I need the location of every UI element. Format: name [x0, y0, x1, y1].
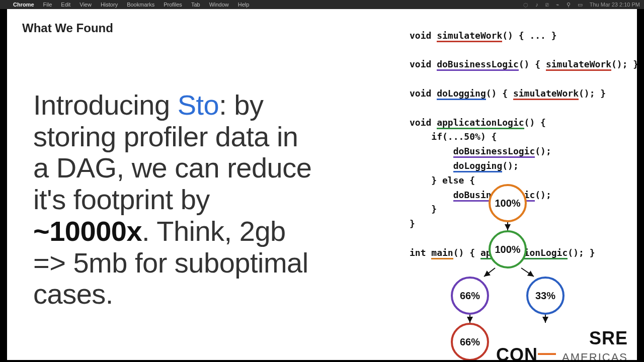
code-tok: if(...50%) { [410, 131, 497, 142]
code-tok [410, 160, 453, 171]
code-tok: () { ... } [502, 30, 556, 41]
dag-node-business: 66% [451, 277, 489, 315]
clock: Thu Mar 23 2:10 PM [590, 2, 640, 8]
status-icon[interactable]: ⎚ [545, 2, 549, 8]
status-icon[interactable]: ⌁ [556, 2, 559, 8]
body-text: Introducing [33, 89, 178, 121]
code-tok: void [410, 59, 437, 69]
call-simulatework: simulateWork [546, 59, 611, 71]
code-tok: (); } [611, 59, 637, 69]
menu-edit[interactable]: Edit [61, 2, 70, 8]
code-tok: (); [502, 160, 519, 171]
slide-title: What We Found [22, 21, 113, 35]
code-tok: void [410, 88, 437, 99]
wifi-icon[interactable]: ⚲ [567, 2, 571, 8]
dag-node-logging: 33% [526, 277, 565, 315]
fn-dobusinesslogic: doBusinessLogic [437, 59, 519, 71]
call-dologging: doLogging [453, 160, 503, 172]
menu-help[interactable]: Help [238, 2, 250, 8]
tool-name: Sto [178, 89, 219, 121]
call-simulatework: simulateWork [513, 88, 579, 100]
macos-menubar: Chrome File Edit View History Bookmarks … [0, 0, 644, 9]
code-tok: (); } [579, 88, 606, 99]
code-tok: void [410, 117, 437, 128]
call-dobusinesslogic: doBusinessLogic [453, 146, 535, 158]
menu-window[interactable]: Window [209, 2, 229, 8]
svg-line-1 [484, 268, 495, 277]
code-tok [410, 146, 453, 156]
dag-node-applogic: 100% [489, 230, 527, 268]
fn-simulatework: simulateWork [437, 30, 502, 42]
emphasis-factor: ~10000x [33, 215, 142, 247]
srecon-logo: SRE CON— AMERICAS [496, 330, 628, 360]
window-frame: Chrome File Edit View History Bookmarks … [0, 0, 644, 362]
logo-region: AMERICAS [562, 351, 628, 360]
battery-icon[interactable]: ▭ [578, 2, 583, 8]
menubar-app[interactable]: Chrome [13, 2, 34, 8]
status-icon[interactable]: ♪ [535, 2, 538, 8]
code-tok: () { [486, 88, 513, 99]
code-tok: () { [524, 117, 546, 128]
fn-dologging: doLogging [437, 88, 486, 100]
menu-file[interactable]: File [43, 2, 52, 8]
logo-line2: CON— AMERICAS [496, 347, 628, 360]
status-icon[interactable]: ◌ [523, 2, 528, 8]
fn-applicationlogic: applicationLogic [437, 117, 524, 129]
dag-node-simwork: 66% [451, 323, 489, 360]
dag-node-main: 100% [489, 184, 527, 222]
svg-line-2 [521, 268, 534, 277]
code-tok: void [410, 30, 437, 41]
menu-bookmarks[interactable]: Bookmarks [127, 2, 154, 8]
presentation-slide: What We Found Introducing Sto: by storin… [7, 9, 637, 360]
menu-view[interactable]: View [79, 2, 92, 8]
menu-profiles[interactable]: Profiles [164, 2, 182, 8]
code-tok: () { [519, 59, 546, 69]
slide-body: Introducing Sto: by storing profiler dat… [33, 89, 315, 310]
menu-tab[interactable]: Tab [191, 2, 200, 8]
menu-history[interactable]: History [101, 2, 118, 8]
code-tok: (); [535, 146, 551, 156]
